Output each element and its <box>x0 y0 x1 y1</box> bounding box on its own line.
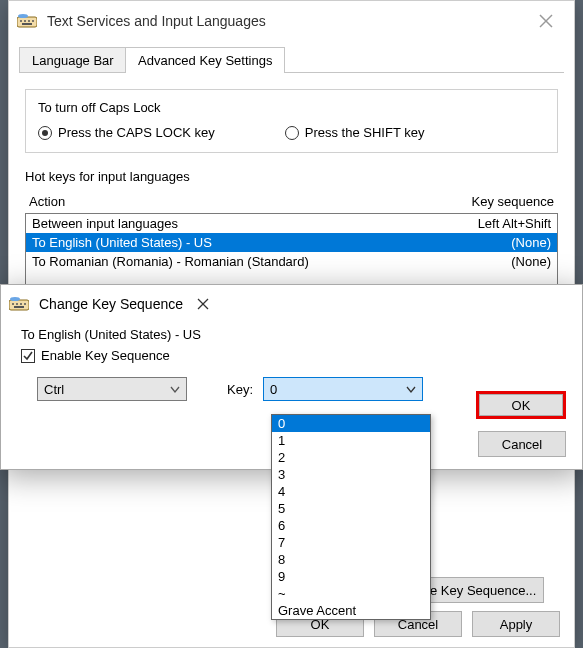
svg-point-17 <box>10 297 20 301</box>
svg-point-14 <box>20 303 22 305</box>
chevron-down-icon <box>170 382 180 399</box>
key-combo[interactable]: 0 <box>263 377 423 401</box>
dropdown-option[interactable]: 3 <box>272 466 430 483</box>
dropdown-option[interactable]: Grave Accent <box>272 602 430 619</box>
col-key-sequence: Key sequence <box>434 194 554 209</box>
ok-button[interactable]: OK <box>476 391 566 419</box>
svg-point-13 <box>16 303 18 305</box>
enable-key-sequence-checkbox[interactable]: Enable Key Sequence <box>21 348 562 363</box>
tab-strip: Language Bar Advanced Key Settings <box>19 45 564 73</box>
svg-rect-10 <box>9 300 29 310</box>
target-language-label: To English (United States) - US <box>21 327 562 342</box>
svg-point-3 <box>24 20 26 22</box>
dialog-title: Change Key Sequence <box>39 296 183 312</box>
dropdown-option[interactable]: 7 <box>272 534 430 551</box>
list-item[interactable]: Between input languages Left Alt+Shift <box>26 214 557 233</box>
list-item[interactable]: To Romanian (Romania) - Romanian (Standa… <box>26 252 557 271</box>
svg-point-7 <box>18 14 28 18</box>
radio-label: Press the SHIFT key <box>305 125 425 140</box>
dropdown-option[interactable]: 5 <box>272 500 430 517</box>
radio-label: Press the CAPS LOCK key <box>58 125 215 140</box>
col-action: Action <box>29 194 434 209</box>
svg-rect-16 <box>14 306 24 308</box>
dropdown-option[interactable]: 0 <box>272 415 430 432</box>
keyboard-icon <box>17 13 37 29</box>
checkbox-label: Enable Key Sequence <box>41 348 170 363</box>
caps-lock-group: To turn off Caps Lock Press the CAPS LOC… <box>25 89 558 153</box>
key-label: Key: <box>227 382 253 397</box>
apply-button[interactable]: Apply <box>472 611 560 637</box>
list-item[interactable]: To English (United States) - US (None) <box>26 233 557 252</box>
dropdown-option[interactable]: 9 <box>272 568 430 585</box>
radio-icon <box>38 126 52 140</box>
caps-lock-heading: To turn off Caps Lock <box>38 100 545 115</box>
svg-point-12 <box>12 303 14 305</box>
chevron-down-icon <box>406 382 416 399</box>
close-icon[interactable] <box>526 6 566 36</box>
keyboard-icon <box>9 296 29 312</box>
dropdown-option[interactable]: 4 <box>272 483 430 500</box>
radio-caps-lock[interactable]: Press the CAPS LOCK key <box>38 125 215 140</box>
svg-point-5 <box>32 20 34 22</box>
dropdown-option[interactable]: 2 <box>272 449 430 466</box>
svg-rect-0 <box>17 17 37 27</box>
dropdown-option[interactable]: ~ <box>272 585 430 602</box>
svg-point-2 <box>20 20 22 22</box>
dropdown-option[interactable]: 8 <box>272 551 430 568</box>
titlebar: Text Services and Input Languages <box>9 1 574 41</box>
dropdown-option[interactable]: 1 <box>272 432 430 449</box>
tab-advanced-key-settings[interactable]: Advanced Key Settings <box>125 47 285 73</box>
radio-shift[interactable]: Press the SHIFT key <box>285 125 425 140</box>
svg-rect-6 <box>22 23 32 25</box>
dropdown-option[interactable]: 6 <box>272 517 430 534</box>
close-icon[interactable] <box>183 289 223 319</box>
svg-point-4 <box>28 20 30 22</box>
tab-language-bar[interactable]: Language Bar <box>19 47 127 73</box>
checkbox-icon <box>21 349 35 363</box>
svg-point-15 <box>24 303 26 305</box>
hotkeys-heading: Hot keys for input languages <box>25 169 558 184</box>
dialog-title: Text Services and Input Languages <box>47 13 526 29</box>
modifier-combo[interactable]: Ctrl <box>37 377 187 401</box>
cancel-button[interactable]: Cancel <box>478 431 566 457</box>
radio-icon <box>285 126 299 140</box>
titlebar: Change Key Sequence <box>1 285 582 323</box>
key-dropdown-list[interactable]: 0 1 2 3 4 5 6 7 8 9 ~ Grave Accent <box>271 414 431 620</box>
